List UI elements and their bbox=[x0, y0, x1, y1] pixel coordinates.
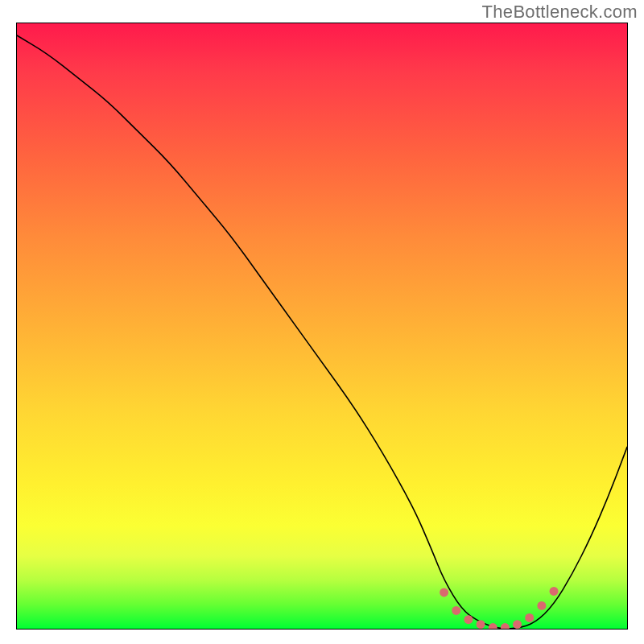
optimal-dot bbox=[501, 623, 510, 629]
optimal-dot bbox=[525, 613, 534, 622]
optimal-dot bbox=[489, 623, 497, 629]
optimal-dot bbox=[440, 588, 448, 597]
bottleneck-curve-path bbox=[17, 35, 627, 629]
optimal-dot bbox=[477, 620, 485, 629]
curve-layer bbox=[17, 23, 627, 629]
watermark-text: TheBottleneck.com bbox=[482, 2, 638, 23]
optimal-range-dots bbox=[440, 587, 558, 629]
optimal-dot bbox=[550, 587, 559, 596]
plot-area bbox=[16, 23, 628, 630]
optimal-dot bbox=[464, 615, 473, 624]
optimal-dot bbox=[537, 601, 546, 610]
optimal-dot bbox=[513, 620, 522, 629]
chart-container: TheBottleneck.com bbox=[0, 0, 644, 644]
optimal-dot bbox=[452, 606, 460, 615]
